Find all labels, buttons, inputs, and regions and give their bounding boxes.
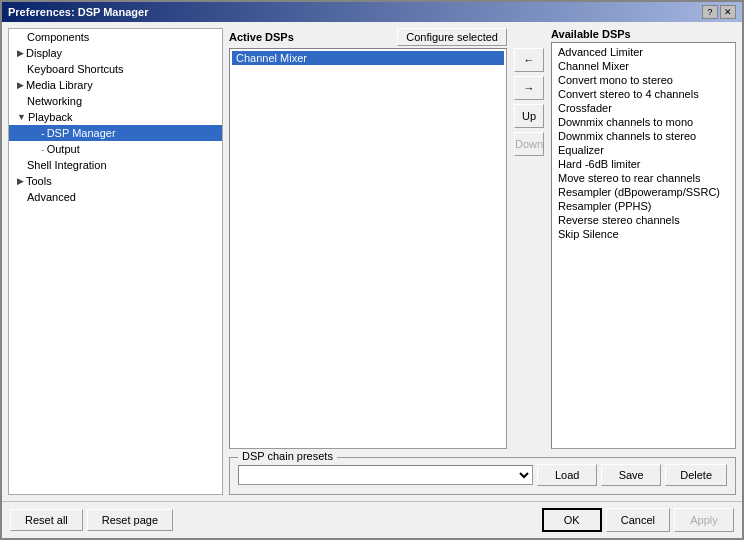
active-dsps-list[interactable]: Channel Mixer (229, 48, 507, 449)
sidebar-item-components[interactable]: Components (9, 29, 222, 45)
available-dsp-item[interactable]: Advanced Limiter (554, 45, 733, 59)
footer-right: OK Cancel Apply (542, 508, 734, 532)
sidebar-item-display[interactable]: ▶Display (9, 45, 222, 61)
delete-button[interactable]: Delete (665, 464, 727, 486)
available-dsp-item[interactable]: Reverse stereo channels (554, 213, 733, 227)
sidebar-item-dsp-manager[interactable]: -DSP Manager (9, 125, 222, 141)
sidebar-item-keyboard-shortcuts[interactable]: Keyboard Shortcuts (9, 61, 222, 77)
main-content: Components▶DisplayKeyboard Shortcuts▶Med… (2, 22, 742, 501)
available-dsp-section: Available DSPs Advanced LimiterChannel M… (551, 28, 736, 449)
available-dsp-item[interactable]: Equalizer (554, 143, 733, 157)
reset-all-button[interactable]: Reset all (10, 509, 83, 531)
move-down-button[interactable]: Down (514, 132, 544, 156)
save-button[interactable]: Save (601, 464, 661, 486)
sidebar-label: Keyboard Shortcuts (27, 63, 124, 75)
expand-icon: ▶ (17, 80, 24, 90)
window-title: Preferences: DSP Manager (8, 6, 148, 18)
available-dsp-item[interactable]: Downmix channels to stereo (554, 129, 733, 143)
load-button[interactable]: Load (537, 464, 597, 486)
move-up-button[interactable]: Up (514, 104, 544, 128)
sidebar: Components▶DisplayKeyboard Shortcuts▶Med… (8, 28, 223, 495)
reset-page-button[interactable]: Reset page (87, 509, 173, 531)
main-panel: Active DSPs Configure selected Channel M… (223, 22, 742, 501)
presets-legend: DSP chain presets (238, 450, 337, 462)
title-bar-buttons: ? ✕ (702, 5, 736, 19)
expand-icon: ▼ (17, 112, 26, 122)
sidebar-item-shell-integration[interactable]: Shell Integration (9, 157, 222, 173)
help-button[interactable]: ? (702, 5, 718, 19)
available-dsp-item[interactable]: Resampler (PPHS) (554, 199, 733, 213)
available-dsp-item[interactable]: Channel Mixer (554, 59, 733, 73)
available-dsp-header: Available DSPs (551, 28, 736, 40)
sidebar-item-media-library[interactable]: ▶Media Library (9, 77, 222, 93)
presets-row: Load Save Delete (238, 464, 727, 486)
available-dsps-label: Available DSPs (551, 28, 631, 40)
sidebar-item-playback[interactable]: ▼Playback (9, 109, 222, 125)
active-dsp-item[interactable]: Channel Mixer (232, 51, 504, 65)
sidebar-label: Advanced (27, 191, 76, 203)
close-button[interactable]: ✕ (720, 5, 736, 19)
available-dsp-item[interactable]: Downmix channels to mono (554, 115, 733, 129)
active-dsps-label: Active DSPs (229, 31, 294, 43)
preferences-window: Preferences: DSP Manager ? ✕ Components▶… (0, 0, 744, 540)
sidebar-item-tools[interactable]: ▶Tools (9, 173, 222, 189)
sidebar-label: Output (47, 143, 80, 155)
sidebar-item-networking[interactable]: Networking (9, 93, 222, 109)
move-left-button[interactable]: ← (514, 48, 544, 72)
available-dsp-item[interactable]: Convert mono to stereo (554, 73, 733, 87)
sidebar-item-output[interactable]: -Output (9, 141, 222, 157)
footer-left: Reset all Reset page (10, 509, 173, 531)
presets-select[interactable] (238, 465, 533, 485)
cancel-button[interactable]: Cancel (606, 508, 670, 532)
expand-icon: ▶ (17, 48, 24, 58)
sidebar-label: Components (27, 31, 89, 43)
footer: Reset all Reset page OK Cancel Apply (2, 501, 742, 538)
apply-button[interactable]: Apply (674, 508, 734, 532)
sidebar-label: DSP Manager (47, 127, 116, 139)
available-dsp-item[interactable]: Convert stereo to 4 channels (554, 87, 733, 101)
active-dsp-header: Active DSPs Configure selected (229, 28, 507, 46)
available-dsp-item[interactable]: Skip Silence (554, 227, 733, 241)
available-dsp-item[interactable]: Hard -6dB limiter (554, 157, 733, 171)
move-right-button[interactable]: → (514, 76, 544, 100)
sidebar-label: Tools (26, 175, 52, 187)
configure-selected-button[interactable]: Configure selected (397, 28, 507, 46)
available-dsps-list[interactable]: Advanced LimiterChannel MixerConvert mon… (551, 42, 736, 449)
sidebar-label: Media Library (26, 79, 93, 91)
arrows-section: ← → Up Down (511, 28, 547, 449)
active-dsp-section: Active DSPs Configure selected Channel M… (229, 28, 507, 449)
ok-button[interactable]: OK (542, 508, 602, 532)
sidebar-item-advanced[interactable]: Advanced (9, 189, 222, 205)
title-bar: Preferences: DSP Manager ? ✕ (2, 2, 742, 22)
sidebar-label: Playback (28, 111, 73, 123)
dsp-area: Active DSPs Configure selected Channel M… (229, 28, 736, 449)
sidebar-label: Display (26, 47, 62, 59)
sidebar-label: Shell Integration (27, 159, 107, 171)
available-dsp-item[interactable]: Resampler (dBpoweramp/SSRC) (554, 185, 733, 199)
available-dsp-item[interactable]: Crossfader (554, 101, 733, 115)
expand-icon: ▶ (17, 176, 24, 186)
sidebar-label: Networking (27, 95, 82, 107)
presets-section: DSP chain presets Load Save Delete (229, 457, 736, 495)
available-dsp-item[interactable]: Move stereo to rear channels (554, 171, 733, 185)
